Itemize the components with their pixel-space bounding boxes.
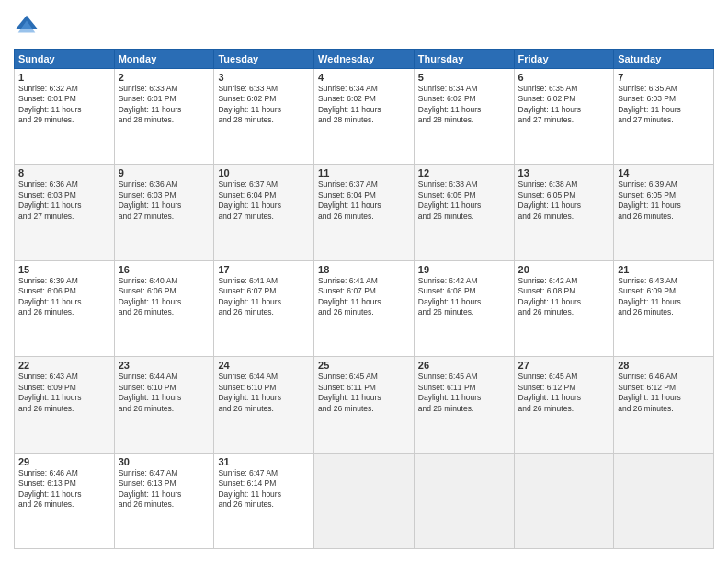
calendar-cell: 30Sunrise: 6:47 AM Sunset: 6:13 PM Dayli…	[114, 453, 214, 548]
calendar-cell: 24Sunrise: 6:44 AM Sunset: 6:10 PM Dayli…	[214, 357, 314, 453]
day-info: Sunrise: 6:35 AM Sunset: 6:03 PM Dayligh…	[618, 84, 710, 126]
day-number: 15	[18, 264, 110, 275]
calendar-cell: 27Sunrise: 6:45 AM Sunset: 6:12 PM Dayli…	[514, 357, 614, 453]
day-number: 27	[518, 360, 610, 371]
logo-icon	[14, 14, 40, 40]
day-info: Sunrise: 6:46 AM Sunset: 6:12 PM Dayligh…	[618, 372, 710, 414]
calendar-cell: 26Sunrise: 6:45 AM Sunset: 6:11 PM Dayli…	[414, 357, 514, 453]
day-number: 17	[218, 264, 310, 275]
day-number: 28	[618, 360, 710, 371]
calendar-cell: 16Sunrise: 6:40 AM Sunset: 6:06 PM Dayli…	[114, 260, 214, 356]
day-info: Sunrise: 6:46 AM Sunset: 6:13 PM Dayligh…	[18, 468, 110, 511]
day-info: Sunrise: 6:43 AM Sunset: 6:09 PM Dayligh…	[18, 372, 110, 414]
day-number: 4	[318, 72, 410, 83]
calendar-cell: 11Sunrise: 6:37 AM Sunset: 6:04 PM Dayli…	[314, 165, 415, 260]
calendar-cell: 4Sunrise: 6:34 AM Sunset: 6:02 PM Daylig…	[314, 69, 415, 165]
calendar-header-thursday: Thursday	[414, 50, 514, 69]
calendar-cell	[414, 453, 514, 548]
calendar-cell: 22Sunrise: 6:43 AM Sunset: 6:09 PM Dayli…	[15, 357, 115, 453]
calendar-cell: 2Sunrise: 6:33 AM Sunset: 6:01 PM Daylig…	[114, 69, 214, 165]
day-number: 2	[119, 72, 210, 83]
day-info: Sunrise: 6:33 AM Sunset: 6:02 PM Dayligh…	[218, 84, 310, 126]
day-number: 30	[119, 456, 210, 467]
day-info: Sunrise: 6:47 AM Sunset: 6:13 PM Dayligh…	[119, 468, 210, 511]
calendar-cell: 14Sunrise: 6:39 AM Sunset: 6:05 PM Dayli…	[614, 165, 714, 260]
day-info: Sunrise: 6:44 AM Sunset: 6:10 PM Dayligh…	[119, 372, 210, 414]
day-info: Sunrise: 6:34 AM Sunset: 6:02 PM Dayligh…	[318, 84, 410, 126]
calendar-cell: 13Sunrise: 6:38 AM Sunset: 6:05 PM Dayli…	[514, 165, 614, 260]
calendar-cell: 5Sunrise: 6:34 AM Sunset: 6:02 PM Daylig…	[414, 69, 514, 165]
calendar-week-1: 8Sunrise: 6:36 AM Sunset: 6:03 PM Daylig…	[15, 165, 714, 260]
calendar-cell: 18Sunrise: 6:41 AM Sunset: 6:07 PM Dayli…	[314, 260, 415, 356]
header	[14, 14, 714, 40]
day-info: Sunrise: 6:45 AM Sunset: 6:11 PM Dayligh…	[418, 372, 510, 414]
day-number: 31	[218, 456, 310, 467]
day-number: 20	[518, 264, 610, 275]
day-number: 29	[18, 456, 110, 467]
day-info: Sunrise: 6:44 AM Sunset: 6:10 PM Dayligh…	[218, 372, 310, 414]
day-number: 14	[618, 167, 710, 178]
calendar-cell: 8Sunrise: 6:36 AM Sunset: 6:03 PM Daylig…	[15, 165, 115, 260]
calendar-cell: 1Sunrise: 6:32 AM Sunset: 6:01 PM Daylig…	[15, 69, 115, 165]
day-info: Sunrise: 6:42 AM Sunset: 6:08 PM Dayligh…	[418, 276, 510, 318]
calendar-week-2: 15Sunrise: 6:39 AM Sunset: 6:06 PM Dayli…	[15, 260, 714, 356]
calendar-cell	[514, 453, 614, 548]
calendar-cell: 28Sunrise: 6:46 AM Sunset: 6:12 PM Dayli…	[614, 357, 714, 453]
day-info: Sunrise: 6:45 AM Sunset: 6:11 PM Dayligh…	[318, 372, 410, 414]
day-info: Sunrise: 6:38 AM Sunset: 6:05 PM Dayligh…	[418, 179, 510, 222]
day-info: Sunrise: 6:36 AM Sunset: 6:03 PM Dayligh…	[119, 179, 210, 222]
calendar-cell: 21Sunrise: 6:43 AM Sunset: 6:09 PM Dayli…	[614, 260, 714, 356]
calendar-cell	[614, 453, 714, 548]
day-number: 10	[218, 167, 310, 178]
day-info: Sunrise: 6:40 AM Sunset: 6:06 PM Dayligh…	[119, 276, 210, 318]
day-info: Sunrise: 6:36 AM Sunset: 6:03 PM Dayligh…	[18, 179, 110, 222]
day-info: Sunrise: 6:37 AM Sunset: 6:04 PM Dayligh…	[318, 179, 410, 222]
page: SundayMondayTuesdayWednesdayThursdayFrid…	[0, 0, 728, 563]
day-number: 19	[418, 264, 510, 275]
day-number: 18	[318, 264, 410, 275]
calendar-cell: 17Sunrise: 6:41 AM Sunset: 6:07 PM Dayli…	[214, 260, 314, 356]
day-info: Sunrise: 6:35 AM Sunset: 6:02 PM Dayligh…	[518, 84, 610, 126]
day-number: 1	[18, 72, 110, 83]
calendar-cell: 31Sunrise: 6:47 AM Sunset: 6:14 PM Dayli…	[214, 453, 314, 548]
day-info: Sunrise: 6:45 AM Sunset: 6:12 PM Dayligh…	[518, 372, 610, 414]
day-info: Sunrise: 6:37 AM Sunset: 6:04 PM Dayligh…	[218, 179, 310, 222]
day-info: Sunrise: 6:43 AM Sunset: 6:09 PM Dayligh…	[618, 276, 710, 318]
day-info: Sunrise: 6:47 AM Sunset: 6:14 PM Dayligh…	[218, 468, 310, 511]
day-info: Sunrise: 6:33 AM Sunset: 6:01 PM Dayligh…	[119, 84, 210, 126]
calendar-header-monday: Monday	[114, 50, 214, 69]
calendar-cell: 9Sunrise: 6:36 AM Sunset: 6:03 PM Daylig…	[114, 165, 214, 260]
day-number: 3	[218, 72, 310, 83]
calendar-week-0: 1Sunrise: 6:32 AM Sunset: 6:01 PM Daylig…	[15, 69, 714, 165]
day-info: Sunrise: 6:38 AM Sunset: 6:05 PM Dayligh…	[518, 179, 610, 222]
calendar-cell: 15Sunrise: 6:39 AM Sunset: 6:06 PM Dayli…	[15, 260, 115, 356]
day-number: 11	[318, 167, 410, 178]
calendar-header-friday: Friday	[514, 50, 614, 69]
day-number: 21	[618, 264, 710, 275]
calendar-cell: 7Sunrise: 6:35 AM Sunset: 6:03 PM Daylig…	[614, 69, 714, 165]
day-number: 9	[119, 167, 210, 178]
day-number: 23	[119, 360, 210, 371]
calendar-cell: 29Sunrise: 6:46 AM Sunset: 6:13 PM Dayli…	[15, 453, 115, 548]
calendar-cell: 20Sunrise: 6:42 AM Sunset: 6:08 PM Dayli…	[514, 260, 614, 356]
day-info: Sunrise: 6:41 AM Sunset: 6:07 PM Dayligh…	[218, 276, 310, 318]
day-number: 5	[418, 72, 510, 83]
calendar-cell: 19Sunrise: 6:42 AM Sunset: 6:08 PM Dayli…	[414, 260, 514, 356]
day-info: Sunrise: 6:34 AM Sunset: 6:02 PM Dayligh…	[418, 84, 510, 126]
calendar-header-row: SundayMondayTuesdayWednesdayThursdayFrid…	[15, 50, 714, 69]
calendar-header-wednesday: Wednesday	[314, 50, 415, 69]
day-info: Sunrise: 6:42 AM Sunset: 6:08 PM Dayligh…	[518, 276, 610, 318]
day-number: 12	[418, 167, 510, 178]
day-number: 24	[218, 360, 310, 371]
calendar-cell: 25Sunrise: 6:45 AM Sunset: 6:11 PM Dayli…	[314, 357, 415, 453]
calendar-cell: 12Sunrise: 6:38 AM Sunset: 6:05 PM Dayli…	[414, 165, 514, 260]
day-info: Sunrise: 6:32 AM Sunset: 6:01 PM Dayligh…	[18, 84, 110, 126]
day-info: Sunrise: 6:41 AM Sunset: 6:07 PM Dayligh…	[318, 276, 410, 318]
day-number: 8	[18, 167, 110, 178]
day-number: 13	[518, 167, 610, 178]
calendar-header-sunday: Sunday	[15, 50, 115, 69]
calendar-cell: 6Sunrise: 6:35 AM Sunset: 6:02 PM Daylig…	[514, 69, 614, 165]
logo	[14, 14, 43, 40]
day-number: 22	[18, 360, 110, 371]
day-number: 6	[518, 72, 610, 83]
